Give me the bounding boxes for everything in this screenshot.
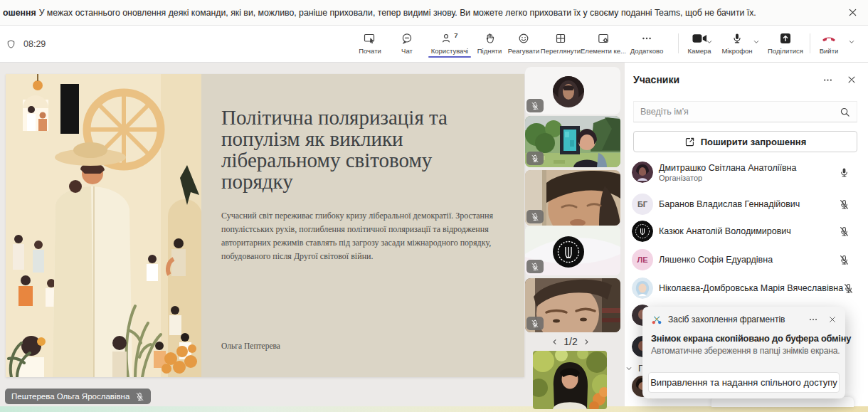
bottom-window-strip <box>0 406 868 412</box>
share-invite-icon <box>684 137 695 147</box>
camera-label: Камера <box>687 47 711 55</box>
video-tile-2[interactable] <box>525 116 620 167</box>
snipping-tool-toast: Засіб захоплення фрагментів Знімок екран… <box>642 307 845 398</box>
toast-subtitle: Автоматичне збереження в папці знімків е… <box>651 346 837 356</box>
participant-row[interactable]: Казюк Анатолій Володимирович <box>632 221 850 242</box>
mic-label: Мікрофон <box>721 47 752 55</box>
slide-text-area: Політична поляризація та популізм як вик… <box>201 74 524 377</box>
participant-name: Дмитрашко Світлана Анатоліївна <box>659 163 796 173</box>
participant-name: Казюк Анатолій Володимирович <box>659 226 791 236</box>
chevron-down-icon <box>625 364 633 373</box>
hang-up-icon <box>821 34 837 43</box>
next-page-icon[interactable] <box>582 337 591 347</box>
mic-chevron-icon[interactable] <box>752 38 761 46</box>
presenter-video-tile[interactable] <box>533 351 607 409</box>
leave-button[interactable]: Вийти <box>813 32 845 55</box>
share-label: Поділитися <box>768 47 803 55</box>
participant-row[interactable]: Дмитрашко Світлана Анатоліївна Організат… <box>632 162 850 183</box>
meeting-timer: 08:29 <box>23 39 46 49</box>
presenter-video <box>533 351 607 409</box>
more-dots-icon <box>641 33 652 44</box>
mic-muted-icon[interactable] <box>839 226 850 237</box>
muted-mic-icon <box>531 154 539 163</box>
video-tile-3[interactable] <box>525 170 620 226</box>
banner-text: У межах останнього оновлення деякі коман… <box>39 8 756 18</box>
mic-muted-indicator <box>526 210 544 223</box>
avatar-initials: БГ <box>632 194 653 215</box>
video-tile-4[interactable] <box>525 226 620 275</box>
muted-mic-icon <box>531 213 539 221</box>
teams-meeting-window: ошення У межах останнього оновлення деяк… <box>0 0 868 412</box>
view-label: Переглянути <box>541 47 581 55</box>
mic-muted-icon[interactable] <box>843 283 854 294</box>
avatar-initials: ЛЕ <box>632 249 653 270</box>
people-icon <box>441 33 452 44</box>
participant-row[interactable]: БГ Баранов Владислав Геннадійович <box>632 194 850 215</box>
meeting-toolbar: 08:29 Почати Чат 7 Користувачі Підняти Р… <box>0 26 868 63</box>
panel-more-icon[interactable] <box>822 75 833 85</box>
panel-close-icon[interactable] <box>847 75 857 85</box>
video-tile-5[interactable] <box>525 278 620 332</box>
mic-muted-indicator <box>526 152 544 165</box>
people-button[interactable]: 7 Користувачі <box>425 32 475 55</box>
shield-icon <box>6 39 16 49</box>
mic-button[interactable]: Мікрофон <box>717 32 757 55</box>
chat-icon <box>401 33 413 44</box>
avatar <box>632 278 653 299</box>
update-notification-banner: ошення У межах останнього оновлення деяк… <box>0 0 868 26</box>
start-share-label: Почати <box>359 47 381 55</box>
snipping-tool-icon <box>651 314 662 325</box>
people-label: Користувачі <box>431 47 468 55</box>
leave-label: Вийти <box>820 47 839 55</box>
controls-button[interactable]: Елементи ке... <box>579 32 628 55</box>
share-invite-button[interactable]: Поширити запрошення <box>633 131 857 152</box>
view-button[interactable]: Переглянути <box>536 32 585 55</box>
raise-hand-icon <box>484 33 495 44</box>
page-indicator: 1/2 <box>563 336 577 347</box>
slide-author: Ольга Пептерева <box>221 342 280 350</box>
background-toast-edge <box>711 397 854 407</box>
share-invite-label: Поширити запрошення <box>701 137 807 147</box>
participant-name: Баранов Владислав Геннадійович <box>659 199 800 209</box>
toast-close-icon[interactable] <box>828 315 837 324</box>
search-icon <box>840 107 850 117</box>
panel-title: Учасники <box>633 74 679 85</box>
video-tile-1[interactable] <box>525 67 620 115</box>
control-elements-icon <box>598 33 609 44</box>
toast-app-name: Засіб захоплення фрагментів <box>668 315 785 324</box>
mic-muted-icon[interactable] <box>839 255 850 265</box>
presenter-name: Пештерева Ольга Ярославівна <box>11 392 129 401</box>
muted-mic-icon <box>531 319 539 328</box>
meeting-info[interactable]: 08:29 <box>6 39 46 49</box>
mic-on-icon[interactable] <box>839 167 850 178</box>
search-input[interactable]: Введіть ім'я <box>633 101 857 122</box>
camera-chevron-icon[interactable] <box>705 38 714 46</box>
muted-mic-icon <box>531 263 539 271</box>
participant-name: Ляшенко Софія Едуардівна <box>659 255 773 265</box>
chat-button[interactable]: Чат <box>384 32 430 55</box>
toast-more-icon[interactable] <box>808 315 818 324</box>
toast-action-button[interactable]: Виправлення та надання спільного доступу <box>648 372 840 393</box>
mic-muted-indicator <box>526 317 544 330</box>
slide-body: Сучасний світ переживає глибоку кризу лі… <box>221 209 499 263</box>
video-pagination: 1/2 <box>550 336 591 347</box>
toast-title: Знімок екрана скопійовано до буфера обмі… <box>651 333 837 344</box>
chat-label: Чат <box>401 47 413 55</box>
prev-page-icon[interactable] <box>550 337 559 347</box>
presenter-name-tag: Пештерева Ольга Ярославівна <box>5 389 151 404</box>
search-placeholder: Введіть ім'я <box>640 107 689 117</box>
react-label: Реагувати <box>508 47 539 55</box>
toolbar-separator <box>810 33 810 53</box>
mic-muted-indicator <box>526 99 544 112</box>
raise-hand-label: Підняти <box>477 47 502 55</box>
mic-muted-indicator <box>526 260 544 273</box>
leave-chevron-icon[interactable] <box>847 38 856 46</box>
more-button[interactable]: Додатково <box>626 32 667 55</box>
participant-row[interactable]: Ніколаєва-Домбровська Марія Вячеславівна <box>632 278 850 299</box>
banner-close-icon[interactable] <box>847 7 858 18</box>
mic-muted-icon[interactable] <box>839 199 850 210</box>
slide-illustration <box>6 74 201 377</box>
share-button[interactable]: Поділитися <box>764 32 807 55</box>
toolbar-separator <box>678 33 679 53</box>
participant-row[interactable]: ЛЕ Ляшенко Софія Едуардівна <box>632 249 850 270</box>
